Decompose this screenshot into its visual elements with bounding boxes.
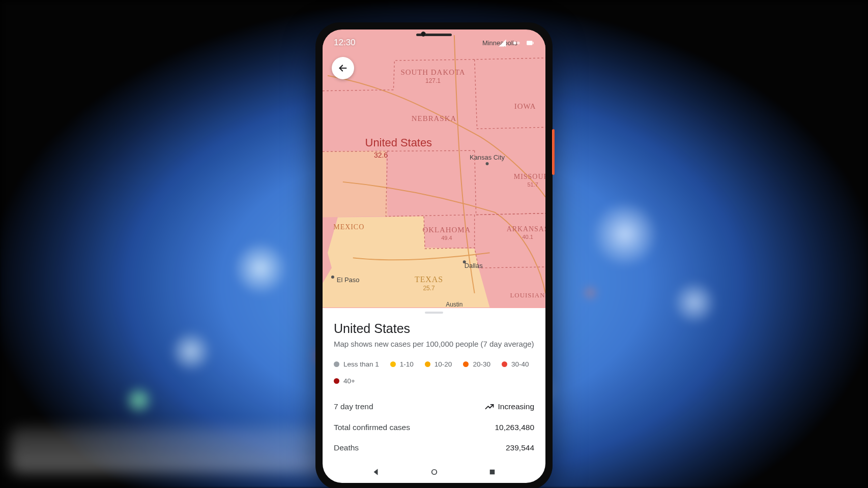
sheet-subtitle: Map shows new cases per 100,000 people (… [334, 339, 534, 349]
svg-point-5 [517, 41, 520, 44]
stats: 7 day trend Increasing Total confirmed c… [334, 396, 534, 458]
legend-label: 10-20 [435, 360, 452, 368]
android-nav-bar [323, 461, 545, 483]
legend-dot [425, 361, 430, 367]
legend-dot [390, 361, 396, 367]
map-view[interactable]: Minneapolis SOUTH DAKOTA 127.1 IOWA NEBR… [323, 29, 545, 308]
legend-item: 1-10 [390, 360, 414, 368]
legend-label: 40+ [343, 377, 355, 385]
state-south-dakota-value: 127.1 [425, 77, 441, 84]
legend-dot [463, 361, 469, 367]
state-iowa: IOWA [514, 102, 536, 110]
sheet-handle[interactable] [425, 312, 443, 314]
state-oklahoma-value: 49.4 [441, 235, 452, 241]
nav-recent-icon[interactable] [487, 467, 497, 477]
confirmed-label: Total confirmed cases [334, 423, 410, 432]
back-button[interactable] [332, 57, 354, 79]
status-bar: 12:30 [323, 35, 545, 48]
legend-label: 1-10 [400, 360, 414, 368]
legend-label: 20-30 [473, 360, 490, 368]
city-austin: Austin [446, 301, 462, 308]
state-nebraska: NEBRASKA [412, 114, 456, 123]
legend-label: 30-40 [511, 360, 529, 368]
legend-item: Less than 1 [334, 360, 379, 368]
confirmed-value: 10,263,480 [495, 423, 534, 432]
legend-item: 40+ [334, 377, 355, 385]
city-el-paso: El Paso [337, 276, 360, 284]
svg-rect-6 [527, 41, 532, 45]
legend-dot [502, 361, 507, 367]
svg-point-2 [331, 276, 334, 279]
wifi-icon [512, 39, 520, 47]
sheet-title: United States [334, 321, 534, 336]
state-texas: TEXAS [415, 275, 443, 284]
nav-home-icon[interactable] [429, 467, 439, 477]
legend-item: 10-20 [425, 360, 452, 368]
city-dallas: Dallas [465, 262, 483, 269]
stat-confirmed: Total confirmed cases 10,263,480 [334, 417, 534, 438]
arrow-left-icon [337, 63, 349, 74]
phone-frame: Minneapolis SOUTH DAKOTA 127.1 IOWA NEBR… [315, 22, 553, 488]
legend-label: Less than 1 [343, 360, 379, 368]
svg-rect-9 [490, 469, 495, 474]
deaths-value: 239,544 [506, 443, 534, 452]
state-new-mexico: MEXICO [333, 223, 364, 231]
state-oklahoma: OKLAHOMA [422, 226, 471, 234]
signal-icon [498, 39, 507, 47]
state-arkansas: ARKANSAS [507, 225, 545, 233]
trending-up-icon [484, 402, 495, 412]
legend-dot [334, 378, 339, 384]
country-value: 32.6 [374, 151, 388, 159]
state-missouri-value: 51.7 [527, 181, 538, 188]
map-svg: Minneapolis SOUTH DAKOTA 127.1 IOWA NEBR… [323, 29, 545, 308]
svg-point-1 [486, 162, 489, 165]
phone-camera [421, 32, 426, 37]
info-sheet[interactable]: United States Map shows new cases per 10… [323, 308, 545, 483]
trend-value: Increasing [498, 402, 534, 411]
state-south-dakota: SOUTH DAKOTA [400, 68, 465, 76]
stat-trend: 7 day trend Increasing [334, 396, 534, 417]
status-time: 12:30 [334, 38, 356, 48]
svg-point-4 [513, 41, 516, 44]
power-button [552, 129, 555, 175]
state-missouri: MISSOURI [514, 173, 545, 180]
svg-point-8 [431, 469, 437, 474]
state-louisiana: LOUISIANA [510, 291, 545, 299]
legend-dot [334, 361, 339, 367]
state-texas-value: 25.7 [423, 285, 435, 292]
svg-point-3 [463, 260, 466, 263]
city-kansas-city: Kansas City [470, 154, 505, 161]
legend-item: 20-30 [463, 360, 490, 368]
trend-label: 7 day trend [334, 402, 373, 411]
battery-icon [526, 39, 534, 47]
deaths-label: Deaths [334, 443, 359, 452]
nav-back-icon[interactable] [371, 467, 381, 477]
country-label: United States [365, 136, 432, 149]
stat-deaths: Deaths 239,544 [334, 438, 534, 458]
legend-item: 30-40 [502, 360, 529, 368]
state-arkansas-value: 40.1 [523, 234, 533, 240]
legend: Less than 11-1010-2020-3030-4040+ [334, 360, 534, 385]
phone-screen: Minneapolis SOUTH DAKOTA 127.1 IOWA NEBR… [323, 29, 545, 483]
svg-rect-7 [533, 42, 533, 44]
